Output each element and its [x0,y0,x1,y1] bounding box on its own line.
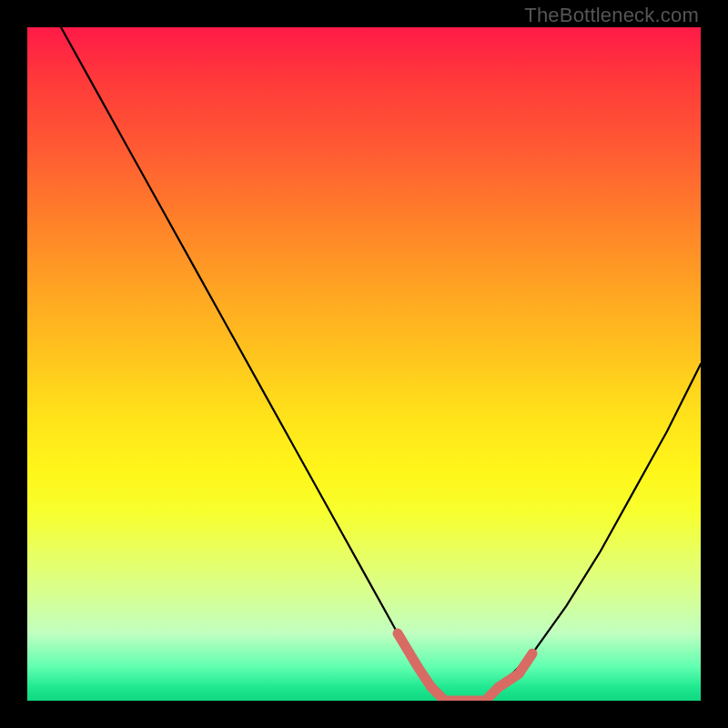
accent-left-knee [398,633,431,687]
watermark-text: TheBottleneck.com [524,4,699,27]
curve-svg [27,27,701,701]
accent-right-knee [499,653,532,687]
plot-area [27,27,701,701]
bottleneck-curve [61,27,701,701]
chart-frame: TheBottleneck.com [0,0,728,728]
accent-valley [431,687,499,701]
